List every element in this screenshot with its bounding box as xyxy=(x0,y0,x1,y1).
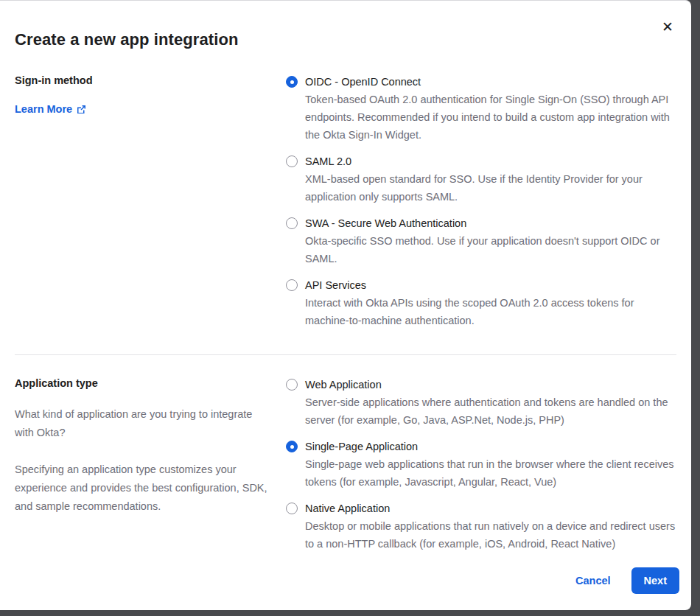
dialog-footer: Cancel Next xyxy=(575,567,679,594)
radio-option-swa[interactable]: SWA - Secure Web Authentication Okta-spe… xyxy=(286,214,676,267)
radio-description: Single-page web applications that run in… xyxy=(305,455,676,491)
radio-label: SWA - Secure Web Authentication xyxy=(305,217,466,229)
radio-button-icon[interactable] xyxy=(286,76,298,88)
radio-description: Interact with Okta APIs using the scoped… xyxy=(305,294,676,329)
application-type-question: What kind of application are you trying … xyxy=(15,405,274,442)
application-type-label: Application type xyxy=(15,376,274,391)
close-icon[interactable]: ✕ xyxy=(657,17,678,38)
radio-button-icon[interactable] xyxy=(286,279,298,291)
learn-more-link[interactable]: Learn More xyxy=(15,103,86,115)
radio-option-single-page-application[interactable]: Single-Page Application Single-page web … xyxy=(286,438,676,491)
section-divider xyxy=(15,354,676,355)
learn-more-label: Learn More xyxy=(15,103,72,115)
next-button[interactable]: Next xyxy=(631,567,679,594)
radio-label: Web Application xyxy=(305,379,382,391)
radio-button-icon[interactable] xyxy=(286,379,298,391)
page-title: Create a new app integration xyxy=(15,30,676,49)
radio-label: Native Application xyxy=(305,503,390,514)
signin-method-label: Sign-in method xyxy=(15,73,274,88)
radio-option-saml[interactable]: SAML 2.0 XML-based open standard for SSO… xyxy=(286,153,676,206)
radio-option-web-application[interactable]: Web Application Server-side applications… xyxy=(286,376,676,429)
cancel-button[interactable]: Cancel xyxy=(575,575,611,587)
radio-description: Okta-specific SSO method. Use if your ap… xyxy=(305,232,676,267)
radio-button-icon[interactable] xyxy=(286,503,298,514)
application-type-section: Application type What kind of applicatio… xyxy=(15,376,676,561)
radio-description: Desktop or mobile applications that run … xyxy=(305,517,676,553)
modal-backdrop: ✕ Create a new app integration Sign-in m… xyxy=(0,0,700,616)
radio-button-icon[interactable] xyxy=(286,441,298,452)
radio-button-icon[interactable] xyxy=(286,155,298,167)
radio-button-icon[interactable] xyxy=(286,217,298,229)
radio-label: Single-Page Application xyxy=(305,441,418,452)
signin-method-section: Sign-in method Learn More OIDC - Ope xyxy=(15,73,676,338)
radio-label: OIDC - OpenID Connect xyxy=(305,76,421,88)
radio-option-native-application[interactable]: Native Application Desktop or mobile app… xyxy=(286,500,676,553)
radio-description: Token-based OAuth 2.0 authentication for… xyxy=(305,91,676,144)
radio-label: SAML 2.0 xyxy=(305,155,351,167)
radio-label: API Services xyxy=(305,279,366,291)
external-link-icon xyxy=(77,105,86,114)
radio-option-api-services[interactable]: API Services Interact with Okta APIs usi… xyxy=(286,276,676,329)
radio-description: Server-side applications where authentic… xyxy=(305,393,676,429)
application-type-hint: Specifying an application type customize… xyxy=(15,461,274,516)
radio-description: XML-based open standard for SSO. Use if … xyxy=(305,170,676,206)
radio-option-oidc[interactable]: OIDC - OpenID Connect Token-based OAuth … xyxy=(286,73,676,144)
create-app-integration-dialog: ✕ Create a new app integration Sign-in m… xyxy=(0,0,691,610)
